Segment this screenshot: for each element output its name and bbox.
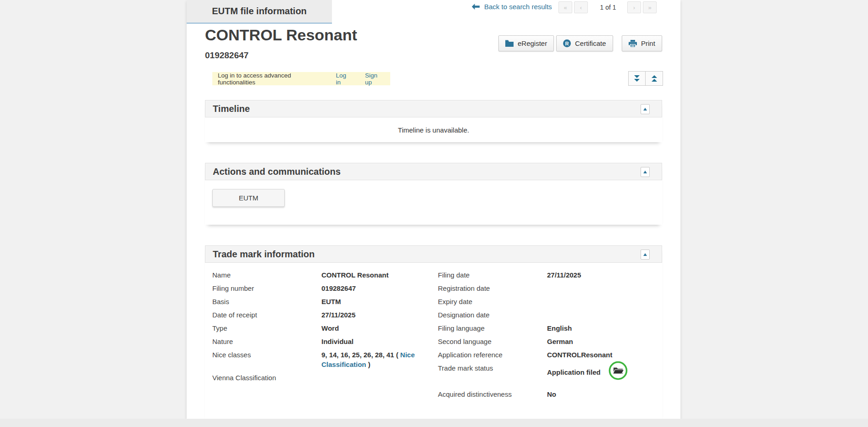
table-row: Nice classes 9, 14, 16, 25, 26, 28, 41 (… (212, 350, 431, 369)
field-label: Application reference (438, 350, 547, 360)
field-value (547, 283, 657, 293)
table-row: Trade mark status Application filed (438, 363, 657, 383)
expand-all-button[interactable] (628, 71, 646, 86)
field-value-text: Application filed (547, 368, 601, 376)
field-label: Filing date (438, 270, 547, 280)
table-row: Second language German (438, 337, 657, 346)
field-value-text: EUTM (321, 298, 341, 305)
field-value-text: CONTROLResonant (547, 351, 613, 359)
page-title: CONTROL Resonant (205, 26, 357, 44)
actions-section-body: EUTM (205, 180, 662, 225)
table-row: Nature Individual (212, 337, 431, 346)
field-label: Date of receipt (212, 310, 321, 320)
field-label: Nature (212, 337, 321, 346)
certificate-label: Certificate (575, 39, 606, 47)
field-value (547, 310, 657, 320)
next-page-icon: › (633, 4, 635, 11)
field-value: Application filed (547, 363, 657, 383)
field-label: Filing number (212, 283, 321, 293)
print-label: Print (641, 39, 655, 47)
back-arrow-icon (472, 4, 480, 10)
table-row: Basis EUTM (212, 297, 431, 306)
field-value-text: German (547, 338, 573, 345)
timeline-section: Timeline Timeline is unavailable. (205, 100, 662, 142)
field-label: Trade mark status (438, 363, 547, 383)
field-value (547, 297, 657, 306)
timeline-section-title: Timeline (213, 104, 250, 114)
folder-icon (505, 40, 514, 47)
field-label: Nice classes (212, 350, 321, 369)
back-link-label: Back to search results (484, 3, 552, 11)
timeline-empty-message: Timeline is unavailable. (205, 117, 662, 142)
trademark-collapse-button[interactable] (641, 250, 650, 260)
field-label: Expiry date (438, 297, 547, 306)
field-label: Second language (438, 337, 547, 346)
field-label: Basis (212, 297, 321, 306)
trademark-section-title: Trade mark information (213, 249, 315, 260)
field-value: 019282647 (321, 283, 431, 293)
pagination-next-button[interactable]: › (627, 1, 641, 13)
field-value-text: 9, 14, 16, 25, 26, 28, 41 ( (321, 351, 398, 359)
field-label: Designation date (438, 310, 547, 320)
tab-label: EUTM file information (212, 6, 307, 17)
eregister-button[interactable]: eRegister (498, 35, 554, 51)
table-row: Vienna Classification (212, 373, 431, 383)
log-in-link[interactable]: Log in (336, 72, 352, 86)
table-row: Registration date (438, 283, 657, 293)
tab-eutm-file-information[interactable]: EUTM file information (187, 0, 332, 24)
last-page-icon: » (648, 4, 651, 11)
sign-up-link[interactable]: Sign up (365, 72, 385, 86)
field-value: English (547, 323, 657, 333)
actions-collapse-button[interactable] (641, 167, 650, 177)
main-content: EUTM file information Back to search res… (187, 0, 680, 419)
pagination-last-button[interactable]: » (643, 1, 657, 13)
print-button[interactable]: Print (622, 35, 662, 51)
table-row: Designation date (438, 310, 657, 320)
pagination-label: 1 of 1 (592, 4, 624, 11)
first-page-icon: « (564, 4, 567, 11)
field-value: CONTROL Resonant (321, 270, 431, 280)
field-label: Type (212, 323, 321, 333)
caret-up-icon (643, 253, 647, 256)
filing-number-heading: 019282647 (205, 50, 249, 61)
trademark-section-header: Trade mark information (205, 245, 662, 263)
table-row: Filing language English (438, 323, 657, 333)
field-value-text: 27/11/2025 (547, 271, 581, 279)
field-value-text: Individual (321, 338, 354, 345)
trademark-section-body: Name CONTROL Resonant Filing number 0192… (205, 263, 662, 419)
field-value-text: CONTROL Resonant (321, 271, 388, 279)
field-value-text: 27/11/2025 (321, 311, 355, 319)
actions-section-title: Actions and communications (213, 166, 341, 177)
pagination-prev-button[interactable]: ‹ (574, 1, 588, 13)
actions-communications-section: Actions and communications EUTM (205, 163, 662, 225)
registered-circle-icon: R (563, 39, 571, 47)
field-value: CONTROLResonant (547, 350, 657, 360)
next-section-edge (0, 419, 868, 427)
table-row: Date of receipt 27/11/2025 (212, 310, 431, 320)
field-value: Word (321, 323, 431, 333)
timeline-collapse-button[interactable] (641, 104, 650, 114)
trademark-table-left-column: Name CONTROL Resonant Filing number 0192… (212, 270, 431, 386)
field-value-text: Word (321, 324, 339, 332)
certificate-button[interactable]: R Certificate (556, 35, 613, 51)
field-label: Filing language (438, 323, 547, 333)
back-to-search-results[interactable]: Back to search results (472, 3, 552, 11)
expand-collapse-group (628, 71, 663, 86)
table-row: Name CONTROL Resonant (212, 270, 431, 280)
field-value (321, 373, 431, 383)
prev-page-icon: ‹ (580, 4, 582, 11)
table-row: Type Word (212, 323, 431, 333)
field-label: Acquired distinctiveness (438, 389, 547, 399)
field-value: 9, 14, 16, 25, 26, 28, 41 ( Nice Classif… (321, 350, 431, 369)
table-row: Application reference CONTROLResonant (438, 350, 657, 360)
eregister-label: eRegister (518, 39, 547, 47)
login-banner-message: Log in to access advanced functionalitie… (218, 72, 323, 86)
field-value-text: English (547, 324, 572, 332)
caret-up-icon (643, 171, 647, 173)
field-value: 27/11/2025 (321, 310, 431, 320)
eutm-tab-button[interactable]: EUTM (212, 189, 285, 207)
pagination-first-button[interactable]: « (558, 1, 572, 13)
collapse-all-button[interactable] (646, 71, 663, 86)
table-row: Filing date 27/11/2025 (438, 270, 657, 280)
field-value-suffix: ) (368, 360, 370, 368)
